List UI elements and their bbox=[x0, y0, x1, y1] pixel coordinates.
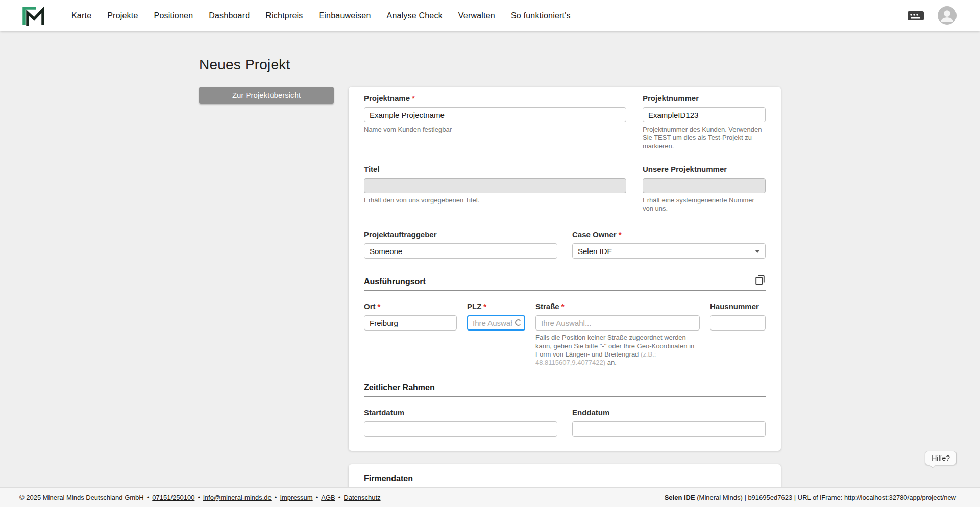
user-avatar[interactable] bbox=[938, 6, 957, 25]
main-nav: Karte Projekte Positionen Dashboard Rich… bbox=[71, 11, 907, 20]
unsere-projektnummer-label: Unsere Projektnummer bbox=[643, 165, 766, 173]
case-owner-label: Case Owner* bbox=[572, 230, 766, 239]
firmendaten-title: Firmendaten bbox=[364, 474, 413, 484]
left-column: Zur Projektübersicht bbox=[199, 87, 334, 104]
hausnummer-field: Hausnummer bbox=[710, 302, 766, 331]
page-title: Neues Projekt bbox=[199, 57, 781, 73]
titel-field: Titel Erhält den von uns vorgegebenen Ti… bbox=[364, 165, 626, 205]
session-user: Selen IDE bbox=[665, 494, 695, 501]
navbar-right bbox=[907, 6, 957, 25]
titel-helper: Erhält den von uns vorgegebenen Titel. bbox=[364, 196, 626, 205]
help-button[interactable]: Hilfe? bbox=[925, 451, 957, 465]
footer-links: © 2025 Mineral Minds Deutschland GmbH • … bbox=[19, 494, 381, 501]
projektnummer-helper: Projektnummer des Kunden. Verwenden Sie … bbox=[643, 125, 766, 150]
nav-item-einbauweisen[interactable]: Einbauweisen bbox=[318, 11, 371, 20]
keyboard-icon[interactable] bbox=[907, 10, 924, 22]
separator-dot: • bbox=[275, 494, 277, 501]
nav-item-projekte[interactable]: Projekte bbox=[107, 11, 138, 20]
unsere-projektnummer-helper: Erhält eine systemgenerierte Nummer von … bbox=[643, 196, 766, 213]
ort-field: Ort* bbox=[364, 302, 457, 331]
projektauftraggeber-label: Projektauftraggeber bbox=[364, 230, 557, 239]
logo[interactable] bbox=[22, 6, 45, 26]
copy-icon[interactable] bbox=[754, 274, 766, 286]
unsere-projektnummer-input bbox=[643, 178, 766, 193]
zeitlicher-rahmen-title: Zeitlicher Rahmen bbox=[364, 383, 435, 392]
case-owner-selected-value: Selen IDE bbox=[578, 247, 612, 256]
hausnummer-label: Hausnummer bbox=[710, 302, 766, 311]
footer-link-email[interactable]: info@mineral-minds.de bbox=[203, 494, 272, 501]
section-zeitlicher-rahmen: Zeitlicher Rahmen bbox=[364, 383, 766, 397]
project-form-card: Projektname* Name vom Kunden festlegbar … bbox=[349, 87, 781, 451]
chevron-down-icon bbox=[755, 250, 760, 253]
required-asterisk: * bbox=[378, 302, 381, 311]
enddatum-field: Enddatum bbox=[572, 408, 766, 437]
enddatum-label: Enddatum bbox=[572, 408, 766, 417]
projektauftraggeber-field: Projektauftraggeber bbox=[364, 230, 557, 259]
strasse-field: Straße* Falls die Position keiner Straße… bbox=[535, 302, 700, 367]
projektnummer-label: Projektnummer bbox=[643, 94, 766, 103]
footer-link-phone[interactable]: 07151/250100 bbox=[152, 494, 194, 501]
case-owner-field: Case Owner* Selen IDE bbox=[572, 230, 766, 259]
unsere-projektnummer-field: Unsere Projektnummer Erhält eine systemg… bbox=[643, 165, 766, 213]
strasse-label: Straße* bbox=[535, 302, 700, 311]
nav-item-positionen[interactable]: Positionen bbox=[154, 11, 193, 20]
projektname-label: Projektname* bbox=[364, 94, 626, 103]
footer-link-datenschutz[interactable]: Datenschutz bbox=[344, 494, 380, 501]
section-firmendaten: Firmendaten bbox=[364, 474, 766, 488]
nav-item-verwalten[interactable]: Verwalten bbox=[458, 11, 495, 20]
strasse-input[interactable] bbox=[535, 315, 700, 331]
strasse-helper: Falls die Position keiner Straße zugeord… bbox=[535, 334, 700, 367]
main-content: Neues Projekt Zur Projektübersicht Proje… bbox=[0, 31, 980, 507]
required-asterisk: * bbox=[483, 302, 486, 311]
projektnummer-field: Projektnummer Projektnummer des Kunden. … bbox=[643, 94, 766, 150]
separator-dot: • bbox=[338, 494, 341, 501]
projektnummer-input[interactable] bbox=[643, 107, 766, 122]
projektauftraggeber-input[interactable] bbox=[364, 243, 557, 259]
projektname-helper: Name vom Kunden festlegbar bbox=[364, 125, 626, 134]
nav-item-karte[interactable]: Karte bbox=[71, 11, 91, 20]
nav-item-so-funktionierts[interactable]: So funktioniert's bbox=[511, 11, 571, 20]
nav-item-richtpreis[interactable]: Richtpreis bbox=[265, 11, 303, 20]
hausnummer-input[interactable] bbox=[710, 315, 766, 331]
separator-dot: • bbox=[198, 494, 200, 501]
session-details: (Mineral Minds) | b91695ed7623 | URL of … bbox=[695, 494, 956, 501]
required-asterisk: * bbox=[412, 94, 415, 103]
startdatum-label: Startdatum bbox=[364, 408, 557, 417]
footer-link-agb[interactable]: AGB bbox=[321, 494, 335, 501]
session-info: Selen IDE (Mineral Minds) | b91695ed7623… bbox=[665, 494, 956, 501]
startdatum-field: Startdatum bbox=[364, 408, 557, 437]
ausfuehrungsort-title: Ausführungsort bbox=[364, 277, 426, 286]
mineral-minds-logo-icon bbox=[22, 6, 45, 26]
projektname-field: Projektname* Name vom Kunden festlegbar bbox=[364, 94, 626, 134]
required-asterisk: * bbox=[619, 230, 622, 239]
titel-input bbox=[364, 178, 626, 193]
required-asterisk: * bbox=[561, 302, 565, 311]
separator-dot: • bbox=[147, 494, 150, 501]
nav-item-analyse-check[interactable]: Analyse Check bbox=[387, 11, 443, 20]
plz-label: PLZ* bbox=[467, 302, 525, 311]
enddatum-input[interactable] bbox=[572, 421, 766, 437]
ort-input[interactable] bbox=[364, 315, 457, 331]
startdatum-input[interactable] bbox=[364, 421, 557, 437]
copyright-text: © 2025 Mineral Minds Deutschland GmbH bbox=[19, 494, 144, 501]
back-to-project-overview-button[interactable]: Zur Projektübersicht bbox=[199, 87, 334, 104]
footer-link-impressum[interactable]: Impressum bbox=[280, 494, 312, 501]
ort-label: Ort* bbox=[364, 302, 457, 311]
projektname-input[interactable] bbox=[364, 107, 626, 122]
case-owner-select[interactable]: Selen IDE bbox=[572, 243, 766, 259]
section-ausfuehrungsort: Ausführungsort bbox=[364, 274, 766, 291]
top-navbar: Karte Projekte Positionen Dashboard Rich… bbox=[0, 0, 980, 31]
titel-label: Titel bbox=[364, 165, 626, 173]
separator-dot: • bbox=[316, 494, 318, 501]
plz-field: PLZ* bbox=[467, 302, 525, 331]
nav-item-dashboard[interactable]: Dashboard bbox=[209, 11, 250, 20]
footer: © 2025 Mineral Minds Deutschland GmbH • … bbox=[0, 487, 980, 507]
